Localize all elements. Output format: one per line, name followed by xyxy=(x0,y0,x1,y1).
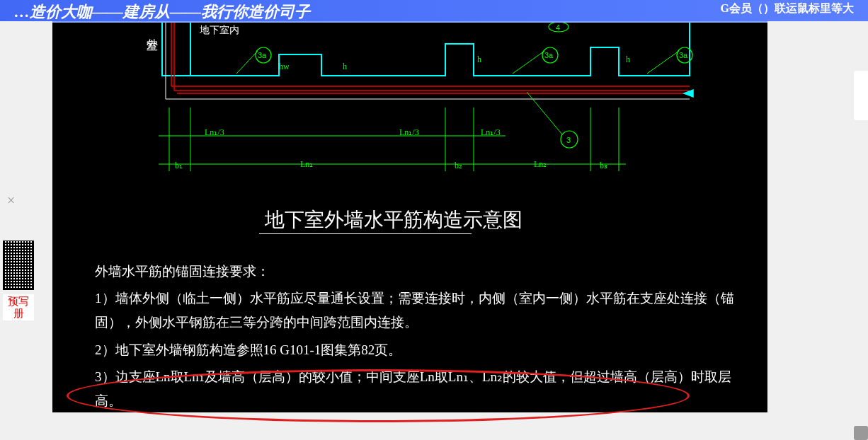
svg-line-17 xyxy=(527,92,562,134)
banner-right-text: G会员（）联运鼠标里等大 xyxy=(721,1,854,16)
dim-ln1: Ln₁ xyxy=(300,159,313,170)
dim-ln3-c: Ln₁/3 xyxy=(481,127,501,138)
dim-ln3-b: Ln₁/3 xyxy=(399,127,419,138)
dim-b3: b₃ xyxy=(600,161,607,171)
svg-line-8 xyxy=(236,51,258,74)
svg-text:3a: 3a xyxy=(544,51,554,59)
note-2: 2）地下室外墙钢筋构造参照16 G101-1图集第82页。 xyxy=(95,338,739,362)
svg-text:4: 4 xyxy=(556,23,560,32)
note-3: 3）边支座Ln取Ln₁及墙高（层高）的较小值；中间支座Ln取Ln₁、Ln₂的较大… xyxy=(95,365,739,413)
svg-text:3a: 3a xyxy=(258,51,267,59)
dim-h2: h xyxy=(477,54,481,65)
bottom-right-handle[interactable] xyxy=(854,426,868,440)
dim-h1: h xyxy=(343,62,347,72)
svg-text:3a: 3a xyxy=(679,51,688,59)
svg-point-9 xyxy=(256,47,271,63)
qr-caption: 预写册 xyxy=(3,294,34,320)
cad-diagram: 3a 3a 3a 3 4 室外 地下室内 Ln₁/3 Ln₁/3 Ln₁/3 b… xyxy=(52,21,767,412)
dim-h3: h xyxy=(626,54,630,65)
banner-left-text: …造价大咖——建房从——我行你造价司子 xyxy=(14,3,310,21)
qr-code[interactable] xyxy=(3,241,34,290)
svg-text:3: 3 xyxy=(566,136,571,144)
top-banner: …造价大咖——建房从——我行你造价司子 G会员（）联运鼠标里等大 xyxy=(0,0,868,21)
svg-point-18 xyxy=(561,131,578,148)
svg-point-20 xyxy=(549,23,569,32)
svg-point-15 xyxy=(677,47,692,63)
dim-ln2: Ln₂ xyxy=(534,159,547,170)
notes-header: 外墙水平筋的锚固连接要求： xyxy=(95,260,739,284)
svg-line-14 xyxy=(647,51,679,74)
dim-hw: hw xyxy=(279,62,290,72)
notes-block: 外墙水平筋的锚固连接要求： 1）墙体外侧（临土一侧）水平筋应尽量通长设置；需要连… xyxy=(95,260,739,416)
svg-point-12 xyxy=(542,47,558,63)
label-indoor: 地下室内 xyxy=(200,24,239,37)
dim-b1: b₁ xyxy=(175,161,183,171)
dim-b2: b₂ xyxy=(455,161,462,171)
title-underline xyxy=(259,233,472,234)
right-tab[interactable] xyxy=(854,71,868,120)
dim-ln3-a: Ln₁/3 xyxy=(205,127,224,138)
diagram-title: 地下室外墙水平筋构造示意图 xyxy=(265,207,522,233)
note-1: 1）墙体外侧（临土一侧）水平筋应尽量通长设置；需要连接时，内侧（室内一侧）水平筋… xyxy=(95,286,739,335)
svg-line-11 xyxy=(513,51,544,74)
close-icon[interactable]: × xyxy=(7,192,15,209)
